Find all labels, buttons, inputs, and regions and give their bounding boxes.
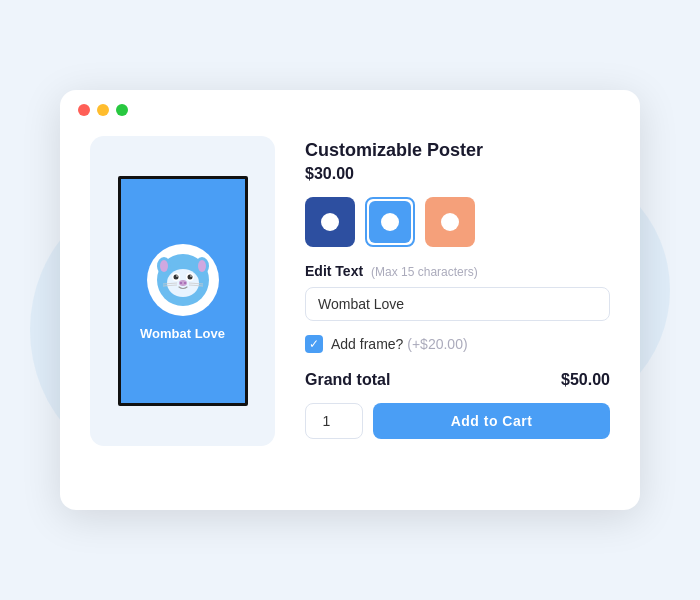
grand-total-value: $50.00	[561, 371, 610, 389]
svg-point-14	[198, 260, 206, 272]
swatch-dot-light-blue	[381, 213, 399, 231]
edit-text-input[interactable]	[305, 287, 610, 321]
svg-point-12	[160, 260, 168, 272]
svg-point-7	[190, 275, 192, 277]
edit-text-row: Edit Text (Max 15 characters)	[305, 263, 610, 279]
poster-top: Wombat Love	[121, 179, 245, 403]
swatch-dot-peach	[441, 213, 459, 231]
app-window: Wombat Love Customizable Poster $30.00	[60, 90, 640, 510]
poster-frame: Wombat Love	[118, 176, 248, 406]
poster-display-text: Wombat Love	[140, 326, 225, 343]
svg-point-5	[187, 274, 192, 279]
grand-total-row: Grand total $50.00	[305, 371, 610, 389]
grand-total-label: Grand total	[305, 371, 390, 389]
titlebar	[60, 90, 640, 126]
close-dot[interactable]	[78, 104, 90, 116]
maximize-dot[interactable]	[116, 104, 128, 116]
wombat-illustration	[153, 250, 213, 310]
edit-text-label: Edit Text	[305, 263, 363, 279]
add-frame-label: Add frame? (+$20.00)	[331, 336, 468, 352]
color-swatch-peach[interactable]	[425, 197, 475, 247]
svg-point-10	[184, 282, 186, 284]
color-options	[305, 197, 610, 247]
quantity-input[interactable]	[305, 403, 363, 439]
minimize-dot[interactable]	[97, 104, 109, 116]
svg-point-6	[176, 275, 178, 277]
product-title: Customizable Poster	[305, 140, 610, 161]
add-to-cart-button[interactable]: Add to Cart	[373, 403, 610, 439]
svg-point-4	[173, 274, 178, 279]
product-price: $30.00	[305, 165, 610, 183]
main-content: Wombat Love Customizable Poster $30.00	[60, 126, 640, 476]
wombat-avatar	[147, 244, 219, 316]
svg-point-9	[180, 282, 182, 284]
add-frame-checkbox[interactable]: ✓	[305, 335, 323, 353]
swatch-inner-light-blue	[369, 201, 411, 243]
swatch-dot-dark-blue	[321, 213, 339, 231]
details-panel: Customizable Poster $30.00 Edit Text	[305, 136, 610, 439]
color-swatch-light-blue[interactable]	[365, 197, 415, 247]
add-frame-row: ✓ Add frame? (+$20.00)	[305, 335, 610, 353]
edit-text-hint: (Max 15 characters)	[371, 265, 478, 279]
poster-preview-panel: Wombat Love	[90, 136, 275, 446]
actions-row: Add to Cart	[305, 403, 610, 439]
checkbox-checkmark: ✓	[309, 338, 319, 350]
color-swatch-dark-blue[interactable]	[305, 197, 355, 247]
